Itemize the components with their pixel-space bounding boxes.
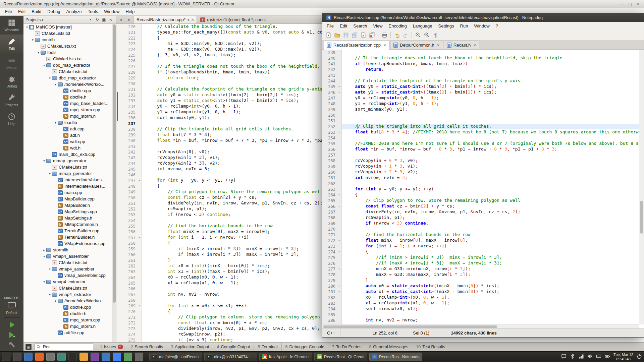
expand-arrow-icon[interactable] <box>53 83 58 86</box>
scrollbar-thumb[interactable] <box>323 325 497 328</box>
scrollbar-thumb[interactable] <box>640 201 643 234</box>
editor-tab[interactable]: RecastRasterization.cpp* <box>134 16 197 23</box>
locator-input[interactable] <box>42 344 83 350</box>
code-line[interactable]: 248 y1 = rcClamp<int>(y1, 0, h - 1); <box>322 101 639 107</box>
code-line[interactable]: 250 <box>322 112 639 118</box>
launcher-file-manager[interactable] <box>24 353 33 361</box>
code-line[interactable]: 273 for (int i = 1; i < nvrow; ++i) <box>322 243 639 249</box>
menu-item-tools[interactable]: Tools <box>85 8 101 15</box>
pane-button-terminal[interactable]: 5Terminal <box>254 343 281 351</box>
code-line[interactable]: 269 if (nvrow < 3) continue; <box>322 221 639 226</box>
taskbar-window-mc-alex-on-recast[interactable]: mc [alex@...on/Recast <box>149 353 202 361</box>
expand-arrow-icon[interactable] <box>53 121 58 124</box>
tab-detourcommon-h[interactable]: DetourCommon.h <box>390 41 443 49</box>
tree-item-mangos-master[interactable]: MaNGOS [master] <box>23 24 112 30</box>
minimize-button[interactable] <box>620 2 625 6</box>
code-line[interactable]: 272 float minX = inrow[0], maxX = inrow[… <box>322 238 639 243</box>
taskbar-window-apple-le-chrome[interactable]: Как Apple...le Chrome <box>259 353 312 361</box>
pane-button-search-results[interactable]: 2Search Results <box>127 343 167 351</box>
close-document-icon[interactable] <box>191 17 194 22</box>
notepadqq-horizontal-scrollbar[interactable] <box>322 324 639 328</box>
npp-menu-item-run[interactable]: Run <box>457 22 471 30</box>
expand-arrow-icon[interactable] <box>42 248 46 252</box>
tray-messaging-icon[interactable] <box>561 354 567 360</box>
code-line[interactable]: 245 auto y0 = static_cast<int>((tmin[2] … <box>322 84 639 89</box>
code-line[interactable]: 239 <box>322 50 639 55</box>
menu-item-build[interactable]: Build <box>29 8 44 15</box>
tree-item-mmapcommon-h[interactable]: MMapCommon.h <box>23 221 112 228</box>
pane-button-test-results[interactable]: 10Test Results <box>412 343 449 351</box>
expand-arrow-icon[interactable] <box>31 38 35 42</box>
code-line[interactable]: 244 // Calculate the footprint of the tr… <box>322 78 639 84</box>
pane-button-compile-output[interactable]: 4Compile Output <box>213 343 254 351</box>
mode-edit[interactable]: Edit <box>0 35 23 53</box>
fold-marker-icon[interactable] <box>337 91 341 94</box>
tree-item-cmakelists-txt[interactable]: CMakeLists.txt <box>23 68 112 75</box>
undo-button[interactable] <box>393 31 401 39</box>
code-line[interactable]: 280 auto x0 = static_cast<int>((minX - b… <box>322 283 639 289</box>
launcher-firefox[interactable] <box>35 353 44 361</box>
tray-battery-icon[interactable] <box>605 354 610 360</box>
session-menu[interactable] <box>637 354 642 360</box>
projects-panel-title[interactable]: Projects <box>25 17 41 22</box>
tree-item-mpq-storm-h[interactable]: mpq_storm.h <box>23 113 112 119</box>
notepadqq-titlebar[interactable]: RecastRasterization.cpp (/home/alex/Work… <box>322 13 644 22</box>
close-tab-icon[interactable] <box>383 43 386 48</box>
print-button[interactable] <box>380 31 388 39</box>
new-file-button[interactable] <box>324 31 332 39</box>
launcher-media-player[interactable] <box>91 353 99 361</box>
code-line[interactable]: 251 <box>322 118 639 124</box>
code-line[interactable]: 285 <box>322 312 639 317</box>
launcher-settings[interactable] <box>135 353 143 361</box>
tree-item-tools[interactable]: tools <box>23 49 112 56</box>
code-line[interactable]: 242 return; <box>322 67 639 72</box>
tree-item-terrainbuilder-h[interactable]: TerrainBuilder.h <box>23 234 112 240</box>
menu-item-help[interactable]: Help <box>122 8 138 15</box>
code-line[interactable]: 270 <box>322 226 639 232</box>
tree-item-vmap4-assembler[interactable]: vmap4_assembler <box>23 266 112 272</box>
tray-volume-icon[interactable] <box>587 354 593 360</box>
close-tab-icon[interactable] <box>437 43 440 48</box>
tree-item-vmap-assembler-cpp[interactable]: vmap_assembler.cpp <box>23 272 112 279</box>
launcher-virtualbox[interactable] <box>102 353 110 361</box>
tree-item-intermediatevalues[interactable]: IntermediateValues... <box>23 183 112 189</box>
code-line[interactable]: 260 rcVcopy(in + 2 * 3, v2); <box>322 169 639 175</box>
navigate-back-icon[interactable] <box>116 16 125 23</box>
notepadqq-vertical-scrollbar[interactable] <box>639 50 644 324</box>
tree-item-vmap4-extractor[interactable]: vmap4_extractor <box>23 291 112 298</box>
code-line[interactable]: 274 { <box>322 249 639 255</box>
tree-item-mmap-generator[interactable]: mmap_generator <box>23 170 112 177</box>
tree-item-dbcfile-h[interactable]: dbcfile.h <box>23 94 112 100</box>
tree-item-dbcfile-cpp[interactable]: dbcfile.cpp <box>23 87 112 94</box>
maximize-button[interactable] <box>628 2 633 6</box>
code-line[interactable]: 277 minX = G3D::min(minX, inrow[i * 3]); <box>322 266 639 272</box>
code-line[interactable]: 243 <box>322 72 639 78</box>
code-line[interactable]: 286 int nv, nv2 = nvrow; <box>322 317 639 323</box>
code-line[interactable]: 240 // If the triangle does not touch th… <box>322 55 639 61</box>
project-tree-vertical-scrollbar[interactable] <box>112 24 116 347</box>
tree-item-wdt-h[interactable]: wdt.h <box>23 145 112 151</box>
menu-item-analyze[interactable]: Analyze <box>63 8 85 15</box>
close-tab-icon[interactable] <box>473 43 476 48</box>
code-line[interactable]: 263 for (int y = y0; y <= y1; ++y) <box>322 186 639 192</box>
code-line[interactable]: 249 sort_minmax(y0, y1); <box>322 107 639 112</box>
npp-menu-item-window[interactable]: Window <box>471 22 492 30</box>
notepadqq-code-editor[interactable]: 239240 // If the triangle does not touch… <box>322 50 639 324</box>
code-line[interactable]: 266 const float cz = bmin[2] + y * cs; <box>322 203 639 209</box>
npp-menu-item-view[interactable]: View <box>370 22 386 30</box>
code-line[interactable]: 252 // Clip the triangle into all grid c… <box>322 124 639 129</box>
expand-arrow-icon[interactable] <box>53 299 58 303</box>
code-line[interactable]: 257 <box>322 152 639 158</box>
npp-menu-item-file[interactable]: File <box>324 22 337 30</box>
tree-item-cmakelists-txt[interactable]: CMakeLists.txt <box>23 259 112 266</box>
menu-item-debug[interactable]: Debug <box>44 8 63 15</box>
expand-arrow-icon[interactable] <box>42 159 46 163</box>
tree-item-contrib[interactable]: contrib <box>23 37 112 43</box>
tab-recast-h[interactable]: Recast.h <box>444 41 480 49</box>
taskbar-window-recastras-notepadqq[interactable]: RecastRas...Notepadqq <box>369 353 422 361</box>
tree-item-stormlib[interactable]: stormlib <box>23 247 112 253</box>
mode-help[interactable]: ?Help <box>0 110 23 128</box>
mode-debug[interactable]: Debug <box>0 72 23 91</box>
tree-item-vmapextensions-cpp[interactable]: VMapExtensions.cpp <box>23 240 112 247</box>
pane-button-debugger-console[interactable]: 6Debugger Console <box>282 343 328 351</box>
